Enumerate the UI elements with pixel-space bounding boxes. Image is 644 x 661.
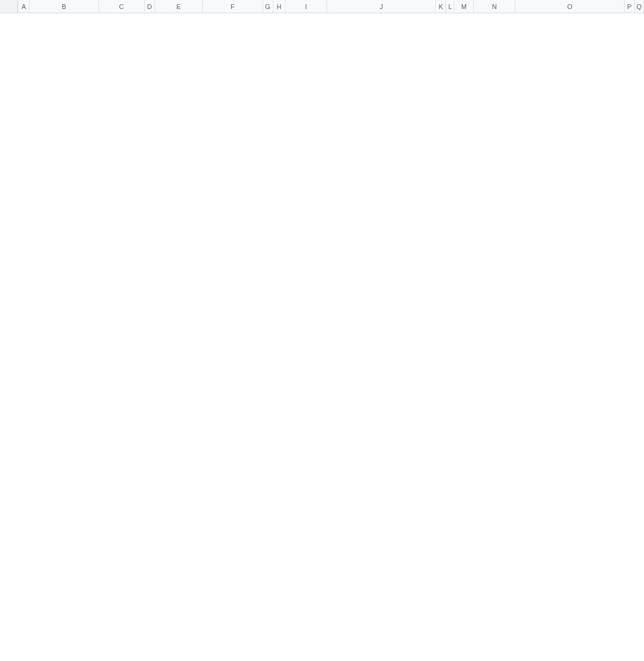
column-header-P[interactable]: P — [625, 0, 635, 13]
column-header-G[interactable]: G — [263, 0, 273, 13]
column-header-K[interactable]: K — [436, 0, 446, 13]
column-header-H[interactable]: H — [273, 0, 285, 13]
column-header-C[interactable]: C — [99, 0, 145, 13]
column-header-B[interactable]: B — [30, 0, 99, 13]
column-header-O[interactable]: O — [515, 0, 624, 13]
column-header-J[interactable]: J — [327, 0, 436, 13]
column-header-E[interactable]: E — [155, 0, 203, 13]
column-header-M[interactable]: M — [454, 0, 474, 13]
column-header-I[interactable]: I — [285, 0, 327, 13]
column-header-N[interactable]: N — [474, 0, 515, 13]
column-header-Q[interactable]: Q — [635, 0, 644, 13]
column-header-D[interactable]: D — [145, 0, 155, 13]
column-header-F[interactable]: F — [203, 0, 263, 13]
column-header-L[interactable]: L — [446, 0, 454, 13]
column-header-A[interactable]: A — [18, 0, 30, 13]
